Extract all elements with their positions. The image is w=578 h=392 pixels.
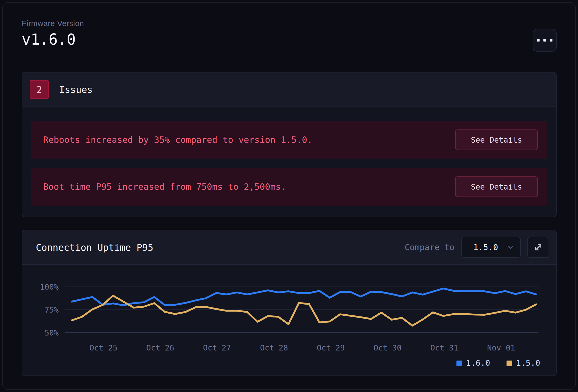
x-axis-tick-label: Oct 29 (317, 343, 345, 352)
page-header: Firmware Version v1.6.0 (22, 20, 557, 52)
y-axis-tick-label: 75% (45, 305, 59, 314)
issues-panel-title: Issues (59, 84, 93, 95)
uptime-chart-panel: Connection Uptime P95 Compare to 1.5.0 (22, 230, 557, 376)
x-axis-tick-label: Oct 30 (374, 343, 402, 352)
compare-version-value: 1.5.0 (473, 242, 498, 252)
legend-swatch-1.5.0 (507, 361, 512, 366)
compare-version-dropdown[interactable]: 1.5.0 (461, 237, 521, 258)
more-options-button[interactable] (533, 29, 557, 52)
legend-swatch-1.6.0 (456, 361, 462, 366)
see-details-button[interactable]: See Details (455, 176, 538, 197)
header-text-group: Firmware Version v1.6.0 (22, 20, 84, 47)
issues-count-badge: 2 (30, 80, 49, 99)
x-axis-tick-label: Oct 25 (90, 343, 117, 352)
page-title: v1.6.0 (22, 32, 84, 47)
x-axis-tick-label: Oct 28 (260, 343, 288, 352)
uptime-line-chart: 100%75%50%Oct 25Oct 26Oct 27Oct 28Oct 29… (22, 265, 556, 375)
chevron-down-icon (507, 243, 515, 251)
issue-row: Boot time P95 increased from 750ms to 2,… (31, 168, 547, 206)
legend-label-1.5.0: 1.5.0 (516, 358, 540, 368)
x-axis-tick-label: Nov 01 (487, 343, 515, 352)
chart-area: 100%75%50%Oct 25Oct 26Oct 27Oct 28Oct 29… (22, 265, 556, 375)
firmware-version-label: Firmware Version (22, 20, 84, 27)
issues-list: Reboots increased by 35% compared to ver… (22, 107, 556, 217)
compare-to-label: Compare to (405, 242, 454, 252)
issues-panel: 2 Issues Reboots increased by 35% compar… (22, 72, 557, 217)
x-axis-tick-label: Oct 31 (430, 343, 458, 352)
issue-row: Reboots increased by 35% compared to ver… (31, 121, 547, 159)
y-axis-tick-label: 100% (40, 282, 59, 291)
chart-panel-header: Connection Uptime P95 Compare to 1.5.0 (22, 230, 556, 265)
ellipsis-icon (537, 39, 552, 42)
issue-text: Reboots increased by 35% compared to ver… (43, 135, 312, 145)
series-line-1.5.0 (72, 296, 536, 325)
x-axis-tick-label: Oct 26 (146, 343, 174, 352)
chart-title: Connection Uptime P95 (36, 242, 405, 253)
issues-panel-header: 2 Issues (22, 72, 556, 107)
expand-diagonal-icon (532, 241, 544, 253)
issue-text: Boot time P95 increased from 750ms to 2,… (43, 182, 286, 192)
see-details-button[interactable]: See Details (455, 129, 538, 150)
page: Firmware Version v1.6.0 2 Issues Reboots… (0, 0, 578, 376)
y-axis-tick-label: 50% (45, 328, 59, 337)
legend-label-1.6.0: 1.6.0 (466, 358, 490, 368)
x-axis-tick-label: Oct 27 (203, 343, 231, 352)
expand-chart-button[interactable] (527, 237, 549, 258)
